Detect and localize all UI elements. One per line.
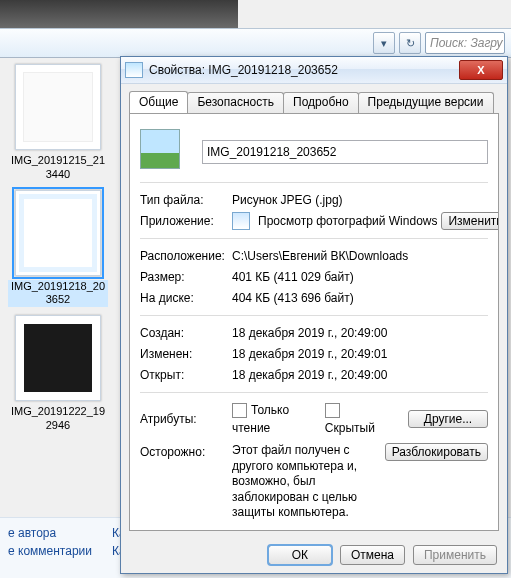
- dialog-button-row: ОК Отмена Применить: [268, 545, 497, 565]
- label: Изменен:: [140, 345, 232, 363]
- tab-strip: Общие Безопасность Подробно Предыдущие в…: [129, 91, 499, 113]
- tab-general[interactable]: Общие: [129, 91, 188, 113]
- app-value: Просмотр фотографий Windows: [258, 212, 437, 230]
- filename-input[interactable]: [202, 140, 488, 164]
- file-thumbnails: IMG_20191215_213440 IMG_20191218_203652 …: [4, 56, 112, 435]
- label: Создан:: [140, 324, 232, 342]
- created-value: 18 декабря 2019 г., 20:49:00: [232, 324, 488, 342]
- explorer-toolbar: ▾ ↻ Поиск: Загру: [0, 28, 511, 58]
- file-item[interactable]: IMG_20191222_192946: [6, 315, 110, 433]
- file-label: IMG_20191218_203652: [8, 280, 108, 308]
- titlebar[interactable]: Свойства: IMG_20191218_203652 X: [121, 57, 507, 84]
- label: Приложение:: [140, 212, 232, 230]
- window-frame-top: [0, 0, 238, 29]
- readonly-checkbox[interactable]: Только чтение: [232, 401, 311, 437]
- unblock-button[interactable]: Разблокировать: [385, 443, 488, 461]
- label: На диске:: [140, 289, 232, 307]
- apply-button[interactable]: Применить: [413, 545, 497, 565]
- advanced-attributes-button[interactable]: Другие...: [408, 410, 488, 428]
- label: Тип файла:: [140, 191, 232, 209]
- label: Осторожно:: [140, 443, 232, 521]
- filetype-value: Рисунок JPEG (.jpg): [232, 191, 488, 209]
- ok-button[interactable]: ОК: [268, 545, 332, 565]
- cancel-button[interactable]: Отмена: [340, 545, 405, 565]
- tab-security[interactable]: Безопасность: [187, 92, 284, 114]
- file-label: IMG_20191215_213440: [8, 154, 108, 182]
- label: Расположение:: [140, 247, 232, 265]
- file-item[interactable]: IMG_20191215_213440: [6, 64, 110, 182]
- label: Размер:: [140, 268, 232, 286]
- author-link[interactable]: е автора: [8, 524, 92, 542]
- accessed-value: 18 декабря 2019 г., 20:49:00: [232, 366, 488, 384]
- close-button[interactable]: X: [459, 60, 503, 80]
- hidden-checkbox[interactable]: Скрытый: [325, 401, 380, 437]
- comments-link[interactable]: е комментарии: [8, 542, 92, 560]
- search-input[interactable]: Поиск: Загру: [425, 32, 505, 54]
- properties-dialog: Свойства: IMG_20191218_203652 X Общие Бе…: [120, 56, 508, 574]
- file-icon: [125, 62, 143, 78]
- label: Атрибуты:: [140, 410, 232, 428]
- file-item[interactable]: IMG_20191218_203652: [6, 190, 110, 308]
- change-app-button[interactable]: Изменить...: [441, 212, 499, 230]
- label: Открыт:: [140, 366, 232, 384]
- ondisk-value: 404 КБ (413 696 байт): [232, 289, 488, 307]
- location-value: C:\Users\Евгений ВК\Downloads: [232, 247, 488, 265]
- tab-panel-general: Тип файла:Рисунок JPEG (.jpg) Приложение…: [129, 113, 499, 531]
- tab-previous-versions[interactable]: Предыдущие версии: [358, 92, 494, 114]
- toolbar-dropdown-button[interactable]: ▾: [373, 32, 395, 54]
- size-value: 401 КБ (411 029 байт): [232, 268, 488, 286]
- app-icon: [232, 212, 250, 230]
- dialog-title: Свойства: IMG_20191218_203652: [149, 63, 503, 77]
- file-label: IMG_20191222_192946: [8, 405, 108, 433]
- preview-icon: [140, 129, 180, 169]
- refresh-button[interactable]: ↻: [399, 32, 421, 54]
- modified-value: 18 декабря 2019 г., 20:49:01: [232, 345, 488, 363]
- security-warning: Этот файл получен с другого компьютера и…: [232, 443, 379, 521]
- tab-details[interactable]: Подробно: [283, 92, 359, 114]
